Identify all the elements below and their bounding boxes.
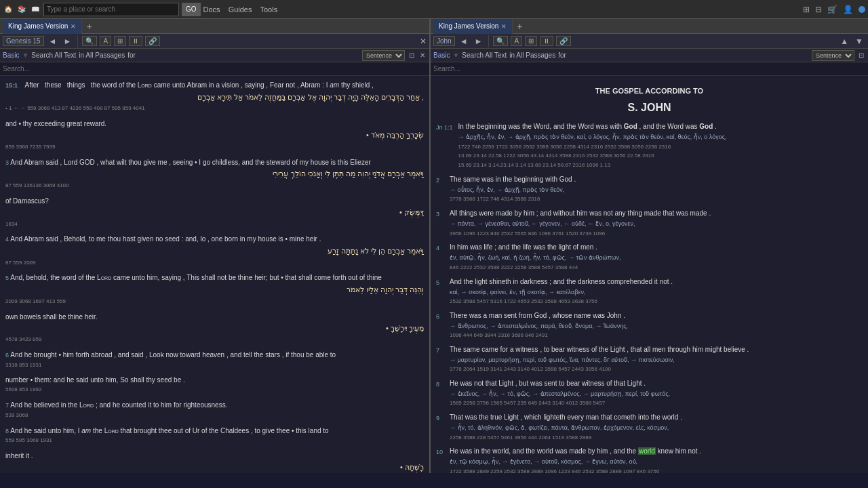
left-filter-for: for xyxy=(127,52,136,59)
right-scroll-down[interactable]: ▼ xyxy=(853,37,865,46)
verse-block-11: 8 And he said unto him, I am the Lord th… xyxy=(5,426,424,445)
right-sentence-select[interactable]: Sentence xyxy=(812,50,854,61)
main-layout: King James Version ✕ + Genesis 15 ◄ ► 🔍 … xyxy=(0,19,868,473)
left-tab-label: King James Version xyxy=(8,22,68,30)
verse-block-9: number • them: and he said unto him, So … xyxy=(5,375,424,394)
right-search-bar[interactable] xyxy=(431,62,868,76)
rv-block-8: 8 He was not that Light , but was sent t… xyxy=(436,378,863,408)
nav-go-button[interactable]: GO xyxy=(182,3,201,16)
right-next-arrow[interactable]: ► xyxy=(473,37,485,46)
left-tab-kjv[interactable]: King James Version ✕ xyxy=(3,19,82,34)
left-prev-arrow[interactable]: ◄ xyxy=(47,37,59,46)
left-next-arrow[interactable]: ► xyxy=(61,37,73,46)
right-pause-btn[interactable]: ⏸ xyxy=(540,36,553,46)
left-filter-in: in All Passages xyxy=(79,52,125,59)
verse-block-4: of Damascus? דַּמֶּשֶׂק • 1834 xyxy=(5,196,424,229)
nav-search-input[interactable] xyxy=(44,4,178,14)
right-search-input[interactable] xyxy=(433,65,865,73)
rv-block-7: 7 The same came for a witness , to bear … xyxy=(436,344,863,374)
verse-strongs-1: • 1 ← ← 559 3068 413 87 4236 559 408 87 … xyxy=(5,104,424,113)
right-content-area[interactable]: THE GOSPEL ACCORDING TO S. JOHN Jn 1:1 I… xyxy=(431,76,868,473)
left-content-area[interactable]: 15:1 After these things the word of the … xyxy=(0,76,429,473)
verse-block-7: own bowels shall be thine heir. מֵעֶיךָ … xyxy=(5,312,424,345)
right-filter-in: in All Passages xyxy=(509,52,555,59)
verse-block-10: 7 And he believed in the Lord ; and he c… xyxy=(5,400,424,420)
left-panel: King James Version ✕ + Genesis 15 ◄ ► 🔍 … xyxy=(0,19,431,473)
right-scroll-up[interactable]: ▲ xyxy=(838,37,850,46)
left-expand-icon[interactable]: ⊡ xyxy=(408,52,416,59)
left-filter-bar: Basic ▼ Search All Text in All Passages … xyxy=(0,49,429,62)
rv-block-1: Jn 1:1 In the beginning was the Word, an… xyxy=(436,121,863,170)
left-filter-search-all[interactable]: Search All Text xyxy=(31,52,76,59)
left-sentence-select[interactable]: Sentence xyxy=(362,50,405,61)
left-book-selector[interactable]: Genesis 15 xyxy=(3,36,44,46)
rv-block-5: 5 And the light shineth in darkness ; an… xyxy=(436,277,863,306)
left-link-btn[interactable]: 🔗 xyxy=(145,36,160,46)
verse-hebrew-1: , אַחַר הַדְּבָרִים הָאֵלֶּה הָיָה דְבַר… xyxy=(5,91,424,104)
verse-block-6: 5 And, behold, the word of the Lord came… xyxy=(5,272,424,306)
nav-links: Docs Guides Tools xyxy=(203,5,278,14)
verse-block-12: inherit it . רָשְׁתָהּ • 3423 1931 xyxy=(5,451,424,473)
right-panel-title: THE GOSPEL ACCORDING TO xyxy=(436,85,863,98)
left-search-btn[interactable]: 🔍 xyxy=(82,36,97,46)
rv-block-4: 4 In him was life ; and the life was the… xyxy=(436,242,863,272)
verse-block-8: 6 And he brought • him forth abroad , an… xyxy=(5,350,424,369)
right-layout-btn[interactable]: ⊞ xyxy=(525,36,537,46)
verse-block-5: 4 And Abram said , Behold, to me thou ha… xyxy=(5,234,424,267)
home-icon[interactable]: 🏠 xyxy=(3,4,14,15)
rv-block-10: 10 He was in the world, and the world wa… xyxy=(436,446,863,473)
rv-block-3: 3 All things were made by him ; and with… xyxy=(436,208,863,238)
status-dot xyxy=(859,6,865,13)
docs-link[interactable]: Docs xyxy=(203,5,220,14)
toolbar-sep-1 xyxy=(77,35,78,47)
left-tab-bar: King James Version ✕ + xyxy=(0,19,429,34)
rv-block-6: 6 There was a man sent from God , whose … xyxy=(436,310,863,340)
top-icons: ⊞ ⊟ 🛒 👤 xyxy=(803,5,865,14)
verse-block-2: and • thy exceeding great reward. שְׂכָר… xyxy=(5,119,424,152)
right-tab-close[interactable]: ✕ xyxy=(501,23,507,30)
layout-icon[interactable]: ⊟ xyxy=(815,5,822,14)
verse-block-3: 3 And Abram said , Lord GOD , what wilt … xyxy=(5,157,424,190)
grid-icon[interactable]: ⊞ xyxy=(803,5,810,14)
right-panel-subtitle: S. JOHN xyxy=(436,99,863,117)
right-expand-icon[interactable]: ⊡ xyxy=(857,52,865,59)
top-nav: 🏠 📚 📖 GO Docs Guides Tools ⊞ ⊟ 🛒 👤 xyxy=(0,0,868,19)
right-toolbar-sep xyxy=(488,35,489,47)
left-search-input[interactable] xyxy=(3,65,427,73)
tools-link[interactable]: Tools xyxy=(260,5,277,14)
left-tab-add[interactable]: + xyxy=(82,21,96,32)
left-search-bar[interactable] xyxy=(0,62,429,76)
left-panel-close[interactable]: ✕ xyxy=(420,37,427,46)
left-pause-btn[interactable]: ⏸ xyxy=(129,36,142,46)
right-filter-basic[interactable]: Basic xyxy=(433,52,450,59)
library-icon[interactable]: 📚 xyxy=(16,4,27,15)
right-panel: King James Version ✕ + John ◄ ► 🔍 A ⊞ ⏸ … xyxy=(431,19,868,473)
right-filter-search-all[interactable]: Search All Text xyxy=(462,52,507,59)
left-close-filter-icon[interactable]: ✕ xyxy=(418,52,427,59)
cart-icon[interactable]: 🛒 xyxy=(827,5,837,14)
left-layout-btn[interactable]: ⊞ xyxy=(114,36,126,46)
right-tab-kjv[interactable]: King James Version ✕ xyxy=(433,19,513,34)
rv-block-2: 2 The same was in the beginning with God… xyxy=(436,174,863,204)
right-book-selector[interactable]: John xyxy=(433,36,455,46)
right-tab-label: King James Version xyxy=(439,22,498,30)
nav-search-box[interactable] xyxy=(43,3,179,16)
right-link-btn[interactable]: 🔗 xyxy=(556,36,571,46)
rv-block-9: 9 That was the true Light , which lighte… xyxy=(436,412,863,442)
verse-text-1: 15:1 After these things the word of the … xyxy=(5,80,424,91)
right-panel-toolbar: John ◄ ► 🔍 A ⊞ ⏸ 🔗 ▲ ▼ xyxy=(431,34,868,49)
left-filter-basic[interactable]: Basic xyxy=(3,52,19,59)
right-highlight-btn[interactable]: A xyxy=(511,36,522,46)
guides-link[interactable]: Guides xyxy=(229,5,252,14)
right-tab-add[interactable]: + xyxy=(513,21,526,32)
right-prev-arrow[interactable]: ◄ xyxy=(458,37,470,46)
user-icon[interactable]: 👤 xyxy=(843,5,853,14)
right-tab-bar: King James Version ✕ + xyxy=(431,19,868,34)
right-filter-for: for xyxy=(558,52,566,59)
left-panel-toolbar: Genesis 15 ◄ ► 🔍 A ⊞ ⏸ 🔗 ✕ xyxy=(0,34,429,49)
left-highlight-btn[interactable]: A xyxy=(100,36,111,46)
left-tab-close[interactable]: ✕ xyxy=(71,23,76,30)
right-search-btn[interactable]: 🔍 xyxy=(493,36,508,46)
right-filter-bar: Basic ▼ Search All Text in All Passages … xyxy=(431,49,868,62)
books-icon[interactable]: 📖 xyxy=(30,4,41,15)
